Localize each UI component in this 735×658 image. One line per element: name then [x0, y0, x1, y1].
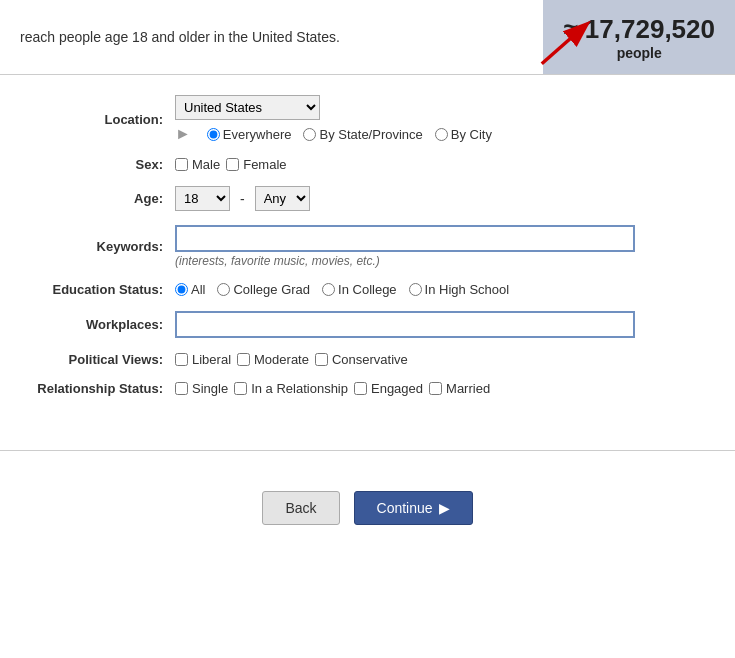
back-button[interactable]: Back [262, 491, 339, 525]
keywords-row: Keywords: (interests, favorite music, mo… [30, 225, 705, 268]
bottom-bar: Back Continue ▶ [0, 471, 735, 545]
svg-line-1 [542, 25, 586, 64]
edu-college-grad-option[interactable]: College Grad [217, 282, 310, 297]
sex-row: Sex: Male Female [30, 157, 705, 172]
by-state-radio[interactable] [303, 128, 316, 141]
arrow-right-icon: ► [175, 125, 191, 143]
workplaces-input[interactable] [175, 311, 635, 338]
engaged-option[interactable]: Engaged [354, 381, 423, 396]
married-option[interactable]: Married [429, 381, 490, 396]
keywords-block: (interests, favorite music, movies, etc.… [175, 225, 635, 268]
edu-in-high-school-label: In High School [425, 282, 510, 297]
moderate-checkbox[interactable] [237, 353, 250, 366]
education-row: Education Status: All College Grad In Co… [30, 282, 705, 297]
continue-label: Continue [377, 500, 433, 516]
female-checkbox[interactable] [226, 158, 239, 171]
keywords-input[interactable] [175, 225, 635, 252]
in-relationship-label: In a Relationship [251, 381, 348, 396]
engaged-checkbox[interactable] [354, 382, 367, 395]
edu-in-high-school-radio[interactable] [409, 283, 422, 296]
edu-in-college-radio[interactable] [322, 283, 335, 296]
red-arrow-icon [533, 17, 603, 72]
relationship-options: Single In a Relationship Engaged Married [175, 381, 490, 396]
edu-in-high-school-option[interactable]: In High School [409, 282, 510, 297]
moderate-label: Moderate [254, 352, 309, 367]
location-row: Location: United States Canada United Ki… [30, 95, 705, 143]
keywords-hint: (interests, favorite music, movies, etc.… [175, 254, 635, 268]
in-relationship-option[interactable]: In a Relationship [234, 381, 348, 396]
age-row: Age: 18 1920212530 - Any 1821253035 [30, 186, 705, 211]
edu-all-option[interactable]: All [175, 282, 205, 297]
conservative-option[interactable]: Conservative [315, 352, 408, 367]
liberal-option[interactable]: Liberal [175, 352, 231, 367]
keywords-label: Keywords: [30, 239, 175, 254]
political-row: Political Views: Liberal Moderate Conser… [30, 352, 705, 367]
by-state-option[interactable]: By State/Province [303, 127, 422, 142]
continue-arrow-icon: ▶ [439, 500, 450, 516]
by-city-label: By City [451, 127, 492, 142]
conservative-checkbox[interactable] [315, 353, 328, 366]
age-from-select[interactable]: 18 1920212530 [175, 186, 230, 211]
in-relationship-checkbox[interactable] [234, 382, 247, 395]
moderate-option[interactable]: Moderate [237, 352, 309, 367]
female-label: Female [243, 157, 286, 172]
political-options: Liberal Moderate Conservative [175, 352, 408, 367]
female-option[interactable]: Female [226, 157, 286, 172]
continue-button[interactable]: Continue ▶ [354, 491, 473, 525]
everywhere-label: Everywhere [223, 127, 292, 142]
married-label: Married [446, 381, 490, 396]
description-text: reach people age 18 and older in the Uni… [20, 29, 340, 45]
age-label: Age: [30, 191, 175, 206]
edu-all-label: All [191, 282, 205, 297]
single-option[interactable]: Single [175, 381, 228, 396]
location-label: Location: [30, 112, 175, 127]
form-section: Location: United States Canada United Ki… [0, 75, 735, 430]
relationship-label: Relationship Status: [30, 381, 175, 396]
top-bar-description: reach people age 18 and older in the Uni… [0, 0, 543, 74]
male-label: Male [192, 157, 220, 172]
count-label: people [617, 45, 662, 61]
age-to-select[interactable]: Any 1821253035 [255, 186, 310, 211]
edu-in-college-label: In College [338, 282, 397, 297]
age-options: 18 1920212530 - Any 1821253035 [175, 186, 310, 211]
engaged-label: Engaged [371, 381, 423, 396]
by-city-option[interactable]: By City [435, 127, 492, 142]
edu-in-college-option[interactable]: In College [322, 282, 397, 297]
everywhere-option[interactable]: Everywhere [207, 127, 292, 142]
edu-college-grad-label: College Grad [233, 282, 310, 297]
age-dash: - [236, 191, 249, 207]
single-checkbox[interactable] [175, 382, 188, 395]
everywhere-radio[interactable] [207, 128, 220, 141]
edu-all-radio[interactable] [175, 283, 188, 296]
workplaces-row: Workplaces: [30, 311, 705, 338]
conservative-label: Conservative [332, 352, 408, 367]
male-checkbox[interactable] [175, 158, 188, 171]
top-bar: reach people age 18 and older in the Uni… [0, 0, 735, 75]
by-state-label: By State/Province [319, 127, 422, 142]
location-select[interactable]: United States Canada United Kingdom Aust… [175, 95, 320, 120]
married-checkbox[interactable] [429, 382, 442, 395]
edu-college-grad-radio[interactable] [217, 283, 230, 296]
political-label: Political Views: [30, 352, 175, 367]
single-label: Single [192, 381, 228, 396]
education-label: Education Status: [30, 282, 175, 297]
male-option[interactable]: Male [175, 157, 220, 172]
by-city-radio[interactable] [435, 128, 448, 141]
liberal-label: Liberal [192, 352, 231, 367]
divider [0, 450, 735, 451]
back-label: Back [285, 500, 316, 516]
audience-count-box: ≈ 17,729,520 people [543, 0, 735, 74]
sex-options: Male Female [175, 157, 287, 172]
education-options: All College Grad In College In High Scho… [175, 282, 509, 297]
relationship-row: Relationship Status: Single In a Relatio… [30, 381, 705, 396]
liberal-checkbox[interactable] [175, 353, 188, 366]
workplaces-label: Workplaces: [30, 317, 175, 332]
sex-label: Sex: [30, 157, 175, 172]
